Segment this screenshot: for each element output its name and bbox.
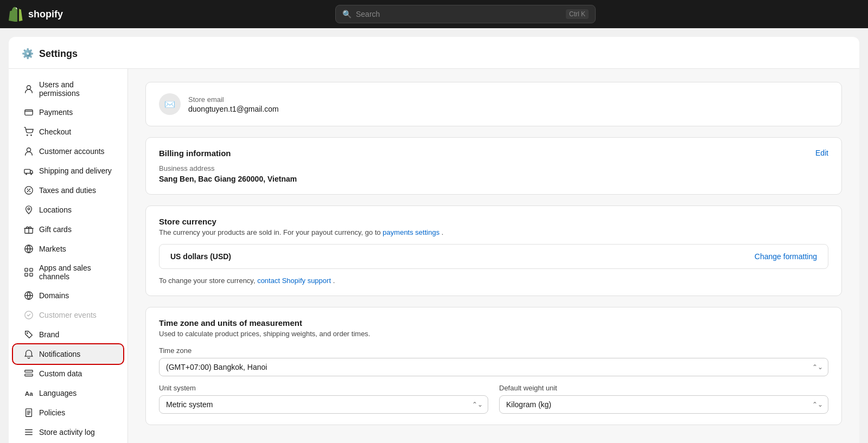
contact-shopify-link[interactable]: contact Shopify support [257, 277, 331, 285]
weight-unit-select[interactable]: Kilogram (kg)Gram (g)Pound (lb)Ounce (oz… [499, 395, 828, 414]
payments-settings-link[interactable]: payments settings [382, 228, 439, 236]
cart-icon [24, 127, 34, 137]
store-email-section: ✉️ Store email duongtuyen.t1@gmail.com [146, 82, 841, 126]
sidebar-item-checkout[interactable]: Checkout [13, 122, 123, 142]
gift-icon [24, 224, 34, 234]
events-icon [24, 310, 34, 320]
sidebar-item-languages[interactable]: AaLanguages [13, 383, 123, 403]
sidebar-item-notifications[interactable]: Notifications [13, 344, 123, 364]
sidebar-item-label-users-and-permissions: Users and permissions [39, 80, 112, 98]
languages-icon: Aa [24, 388, 34, 398]
sidebar-item-label-policies: Policies [39, 408, 65, 417]
currency-title: Store currency [159, 217, 828, 226]
svg-point-2 [27, 134, 28, 136]
location-icon [24, 205, 34, 215]
billing-edit-link[interactable]: Edit [815, 149, 828, 157]
currency-name: US dollars (USD) [170, 252, 231, 261]
unit-system-select-wrapper[interactable]: Metric systemImperial system [159, 395, 488, 414]
sidebar-item-brand[interactable]: Brand [13, 325, 123, 344]
bell-icon [24, 349, 34, 359]
timezone-desc: Used to calculate product prices, shippi… [159, 330, 828, 338]
timezone-section: Time zone and units of measurement Used … [146, 307, 841, 425]
svg-point-6 [25, 174, 27, 175]
svg-rect-5 [24, 169, 30, 173]
timezone-label: Time zone [159, 346, 828, 355]
timezone-select-wrapper[interactable]: (GMT+07:00) Bangkok, Hanoi(GMT+00:00) UT… [159, 358, 828, 376]
business-address-value: Sang Ben, Bac Giang 260000, Vietnam [159, 175, 828, 183]
store-currency-section: Store currency The currency your product… [146, 206, 841, 296]
units-row: Unit system Metric systemImperial system… [159, 384, 828, 414]
svg-point-0 [27, 86, 30, 89]
sidebar-item-payments[interactable]: Payments [13, 102, 123, 122]
sidebar-item-gift-cards[interactable]: Gift cards [13, 220, 123, 239]
sidebar-item-label-markets: Markets [39, 245, 66, 253]
settings-container: ⚙️ Settings Users and permissionsPayment… [9, 37, 859, 443]
store-email-label: Store email [188, 95, 279, 104]
sidebar-item-custom-data[interactable]: Custom data [13, 364, 123, 383]
svg-rect-12 [25, 268, 28, 271]
sidebar-item-store-activity-log[interactable]: Store activity log [13, 422, 123, 442]
logo-text: shopify [28, 9, 63, 20]
svg-rect-20 [25, 374, 33, 376]
svg-rect-15 [30, 273, 33, 276]
sidebar-item-label-custom-data: Custom data [39, 369, 82, 378]
svg-rect-14 [25, 273, 28, 276]
sidebar-item-markets[interactable]: Markets [13, 239, 123, 259]
sidebar-item-shipping-and-delivery[interactable]: Shipping and delivery [13, 161, 123, 181]
topbar: shopify 🔍 Ctrl K [0, 0, 868, 28]
settings-body: Users and permissionsPaymentsCheckoutCus… [9, 69, 859, 443]
main-content: ✉️ Store email duongtuyen.t1@gmail.com B… [128, 69, 859, 443]
search-input[interactable] [356, 10, 561, 18]
shopify-logo[interactable]: shopify [9, 7, 63, 22]
brand-icon [24, 330, 34, 339]
currency-change-note: To change your store currency, contact S… [159, 277, 828, 285]
taxes-icon [24, 185, 34, 195]
svg-rect-1 [25, 110, 33, 115]
sidebar-item-label-domains: Domains [39, 291, 69, 300]
svg-point-7 [30, 174, 32, 175]
store-currency-card: Store currency The currency your product… [145, 206, 842, 296]
settings-title: Settings [39, 48, 78, 60]
unit-system-select[interactable]: Metric systemImperial system [159, 395, 488, 414]
svg-text:Aa: Aa [25, 390, 33, 397]
sidebar-item-policies[interactable]: Policies [13, 403, 123, 422]
markets-icon [24, 244, 34, 254]
store-email-card: ✉️ Store email duongtuyen.t1@gmail.com [145, 82, 842, 126]
sidebar-item-taxes-and-duties[interactable]: Taxes and duties [13, 181, 123, 200]
sidebar-item-users-and-permissions[interactable]: Users and permissions [13, 75, 123, 102]
billing-section: Billing information Edit Business addres… [146, 138, 841, 194]
email-icon-circle: ✉️ [159, 93, 181, 115]
timezone-select[interactable]: (GMT+07:00) Bangkok, Hanoi(GMT+00:00) UT… [159, 358, 828, 376]
weight-unit-label: Default weight unit [499, 384, 828, 392]
sidebar-item-domains[interactable]: Domains [13, 286, 123, 305]
sidebar-item-label-customer-events: Customer events [39, 311, 97, 319]
svg-rect-13 [30, 268, 33, 271]
sidebar: Users and permissionsPaymentsCheckoutCus… [9, 69, 128, 443]
change-formatting-link[interactable]: Change formatting [755, 252, 817, 261]
weight-unit-select-wrapper[interactable]: Kilogram (kg)Gram (g)Pound (lb)Ounce (oz… [499, 395, 828, 414]
sidebar-item-customer-accounts[interactable]: Customer accounts [13, 142, 123, 161]
unit-system-group: Unit system Metric systemImperial system [159, 384, 488, 414]
sidebar-item-label-shipping-and-delivery: Shipping and delivery [39, 166, 112, 175]
account-icon [24, 146, 34, 156]
sidebar-item-locations[interactable]: Locations [13, 200, 123, 220]
svg-point-4 [27, 148, 30, 152]
svg-point-9 [28, 208, 30, 210]
sidebar-item-label-gift-cards: Gift cards [39, 225, 72, 234]
email-icon: ✉️ [164, 99, 175, 110]
settings-header: ⚙️ Settings [9, 37, 859, 69]
domains-icon [24, 291, 34, 300]
search-bar[interactable]: 🔍 Ctrl K [335, 5, 596, 23]
business-address-label: Business address [159, 164, 828, 172]
activity-icon [24, 427, 34, 437]
sidebar-item-label-customer-accounts: Customer accounts [39, 147, 105, 156]
sidebar-item-customer-events[interactable]: Customer events [13, 305, 123, 325]
timezone-card: Time zone and units of measurement Used … [145, 307, 842, 425]
sidebar-item-label-checkout: Checkout [39, 127, 71, 136]
sidebar-item-label-store-activity-log: Store activity log [39, 428, 95, 436]
sidebar-item-apps-and-sales-channels[interactable]: Apps and sales channels [13, 259, 123, 286]
search-icon: 🔍 [342, 10, 352, 18]
sidebar-item-label-brand: Brand [39, 330, 59, 339]
weight-unit-group: Default weight unit Kilogram (kg)Gram (g… [499, 384, 828, 414]
search-shortcut: Ctrl K [566, 9, 589, 19]
